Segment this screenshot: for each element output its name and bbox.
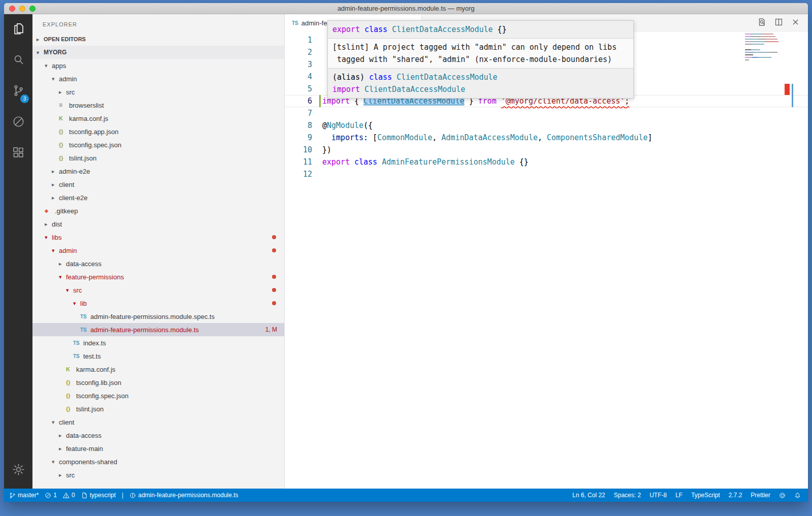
gutter-space <box>312 46 322 58</box>
tree-file-tsconfig.spec.json[interactable]: {}tsconfig.spec.json <box>32 389 284 402</box>
activity-explorer[interactable] <box>4 14 32 45</box>
open-preview-icon[interactable] <box>758 18 766 28</box>
tree-folder-src[interactable]: ▾src <box>32 283 284 297</box>
line-number: 11 <box>285 156 312 168</box>
status-ts-version[interactable]: 2.7.2 <box>729 492 742 499</box>
error-icon <box>45 492 51 499</box>
zoom-window-button[interactable] <box>29 6 36 12</box>
ts-file-icon: TS <box>80 327 90 333</box>
window-title: admin-feature-permissions.module.ts — my… <box>337 5 475 12</box>
activity-settings[interactable] <box>4 458 32 482</box>
tree-file-tsconfig.lib.json[interactable]: {}tsconfig.lib.json <box>32 376 284 389</box>
activity-source-control[interactable]: 3 <box>4 76 32 107</box>
code-line-10[interactable]: 10}) <box>285 144 808 156</box>
tree-folder-src[interactable]: ▸src <box>32 468 284 481</box>
editor-pane: TS admin-feature-permissions.module.ts 1… <box>285 14 808 489</box>
status-formatter[interactable]: typescript <box>81 492 116 499</box>
tree-file-admin-feature-permissions.module.spec.ts[interactable]: TSadmin-feature-permissions.module.spec.… <box>32 310 284 323</box>
root-folder-myorg[interactable]: ▾ MYORG <box>32 46 284 59</box>
status-notifications[interactable] <box>794 492 801 499</box>
ts-file-icon: TS <box>73 353 83 359</box>
tree-item-label: src <box>66 471 75 479</box>
tree-folder-feature-permissions[interactable]: ▾feature-permissions <box>32 270 284 283</box>
tree-folder-admin[interactable]: ▾admin <box>32 72 284 85</box>
tree-item-label: feature-permissions <box>66 273 124 281</box>
hover-line: tagged with "shared", "admin" (nx-enforc… <box>332 53 629 66</box>
tree-folder-libs[interactable]: ▾libs <box>32 231 284 244</box>
karma-file-icon: K <box>66 366 76 372</box>
tree-file-browserslist[interactable]: ≡browserslist <box>32 99 284 112</box>
activity-extensions[interactable] <box>4 138 32 169</box>
line-number: 8 <box>285 119 312 132</box>
status-eol[interactable]: LF <box>675 492 683 499</box>
chevron-right-icon: ▸ <box>52 181 59 188</box>
status-active-file-problems[interactable]: admin-feature-permissions.module.ts <box>129 492 238 499</box>
tree-file-test.ts[interactable]: TStest.ts <box>32 349 284 363</box>
git-added-gutter-bar <box>312 95 322 107</box>
tree-file-tsconfig.spec.json[interactable]: {}tsconfig.spec.json <box>32 138 284 151</box>
status-label: TypeScript <box>691 492 720 499</box>
status-git-branch[interactable]: master* <box>9 492 39 499</box>
status-label: typescript <box>90 492 116 499</box>
chevron-right-icon: ▸ <box>59 445 66 452</box>
status-feedback[interactable] <box>779 492 786 499</box>
tree-folder-data-access[interactable]: ▸data-access <box>32 429 284 442</box>
status-errors[interactable]: 1 <box>45 492 57 499</box>
tree-file-tslint.json[interactable]: {}tslint.json <box>32 402 284 415</box>
tree-folder-apps[interactable]: ▾apps <box>32 59 284 72</box>
tree-file-admin-feature-permissions.module.ts[interactable]: TSadmin-feature-permissions.module.ts1, … <box>32 323 284 336</box>
status-encoding[interactable]: UTF-8 <box>650 492 667 499</box>
code-line-11[interactable]: 11export class AdminFeaturePermissionsMo… <box>285 156 808 168</box>
code-token: class <box>354 157 377 167</box>
activity-debug[interactable] <box>4 107 32 138</box>
tree-file-.gitkeep[interactable]: ◆.gitkeep <box>32 204 284 217</box>
section-label: OPEN EDITORS <box>44 36 86 42</box>
code-area[interactable]: 123;4';56import { ClientDataAccessModule… <box>285 32 808 489</box>
tree-file-karma.conf.js[interactable]: Kkarma.conf.js <box>32 112 284 125</box>
tree-file-karma.conf.js[interactable]: Kkarma.conf.js <box>32 363 284 376</box>
status-language-mode[interactable]: TypeScript <box>691 492 720 499</box>
tree-folder-feature-main[interactable]: ▸feature-main <box>32 442 284 455</box>
code-token: : [ <box>363 133 377 142</box>
code-line-12[interactable]: 12 <box>285 168 808 180</box>
tree-folder-client-e2e[interactable]: ▸client-e2e <box>32 191 284 204</box>
tree-item-label: tslint.json <box>69 154 96 162</box>
code-line-9[interactable]: 9 imports: [CommonModule, AdminDataAcces… <box>285 132 808 144</box>
tree-item-label: lib <box>80 300 87 307</box>
status-cursor-position[interactable]: Ln 6, Col 22 <box>572 492 605 499</box>
gutter-space <box>312 132 322 144</box>
tree-folder-lib[interactable]: ▾lib <box>32 297 284 310</box>
code-token: , <box>537 133 547 142</box>
status-indentation[interactable]: Spaces: 2 <box>614 492 641 499</box>
activity-search[interactable] <box>4 45 32 76</box>
tree-folder-data-access[interactable]: ▸data-access <box>32 257 284 270</box>
tree-folder-client[interactable]: ▾client <box>32 415 284 429</box>
gutter-space <box>312 107 322 119</box>
tree-item-label: client <box>59 181 74 188</box>
ts-file-icon: TS <box>80 314 90 319</box>
tree-folder-components-shared[interactable]: ▾components-shared <box>32 455 284 468</box>
minimize-window-button[interactable] <box>19 6 25 12</box>
tree-folder-src[interactable]: ▸src <box>32 85 284 99</box>
open-editors-section[interactable]: ▸ OPEN EDITORS <box>32 33 284 46</box>
code-line-8[interactable]: 8@NgModule({ <box>285 119 808 132</box>
status-warnings[interactable]: 0 <box>63 492 75 499</box>
tree-file-index.ts[interactable]: TSindex.ts <box>32 336 284 349</box>
status-formatter-prettier[interactable]: Prettier <box>751 492 770 499</box>
tree-folder-client[interactable]: ▸client <box>32 178 284 191</box>
split-editor-icon[interactable] <box>774 18 783 28</box>
close-window-button[interactable] <box>9 6 15 12</box>
minimap[interactable] <box>745 34 780 62</box>
tree-file-tslint.json[interactable]: {}tslint.json <box>32 151 284 165</box>
tree-folder-admin[interactable]: ▾admin <box>32 244 284 257</box>
tree-folder-dist[interactable]: ▸dist <box>32 217 284 231</box>
code-line-7[interactable]: 7 <box>285 107 808 119</box>
hover-section-code: (alias) class ClientDataAccessModuleimpo… <box>328 68 633 98</box>
tree-item-label: index.ts <box>83 339 106 347</box>
tree-item-label: karma.conf.js <box>69 115 108 122</box>
tree-item-label: admin <box>59 247 77 254</box>
close-editor-icon[interactable] <box>791 18 800 28</box>
line-number: 7 <box>285 107 312 119</box>
tree-folder-admin-e2e[interactable]: ▸admin-e2e <box>32 165 284 178</box>
tree-file-tsconfig.app.json[interactable]: {}tsconfig.app.json <box>32 125 284 138</box>
